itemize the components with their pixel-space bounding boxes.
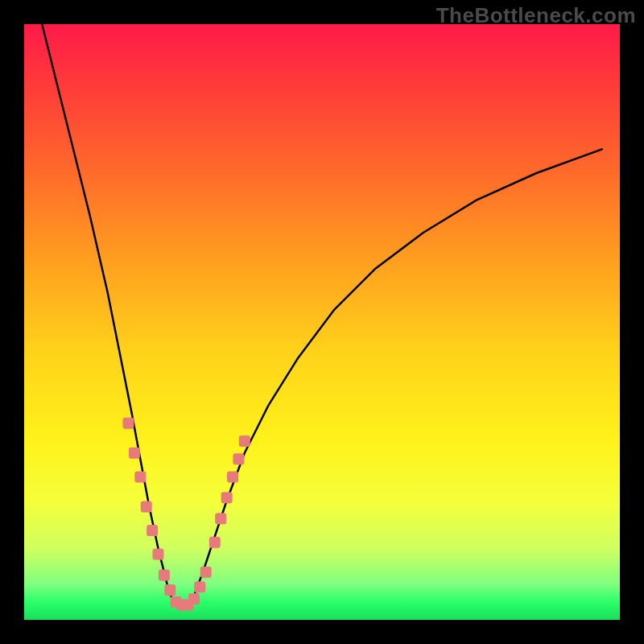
chart-frame: TheBottleneck.com [0,0,644,644]
data-marker [215,513,226,524]
data-marker [134,471,146,482]
plot-area [24,24,620,620]
data-marker [221,492,233,503]
data-marker [141,501,152,512]
data-marker [147,525,158,536]
data-marker [123,418,134,429]
curve-overlay [24,24,620,620]
data-marker [159,570,170,581]
data-marker [227,471,238,482]
data-marker [233,453,244,464]
data-marker [153,549,164,560]
data-marker [200,567,212,578]
data-marker [129,448,140,459]
data-marker [164,584,175,596]
data-marker [188,593,200,605]
bottleneck-curve [42,24,602,608]
data-marker [209,537,221,548]
data-marker [194,581,205,592]
data-marker [239,436,250,447]
